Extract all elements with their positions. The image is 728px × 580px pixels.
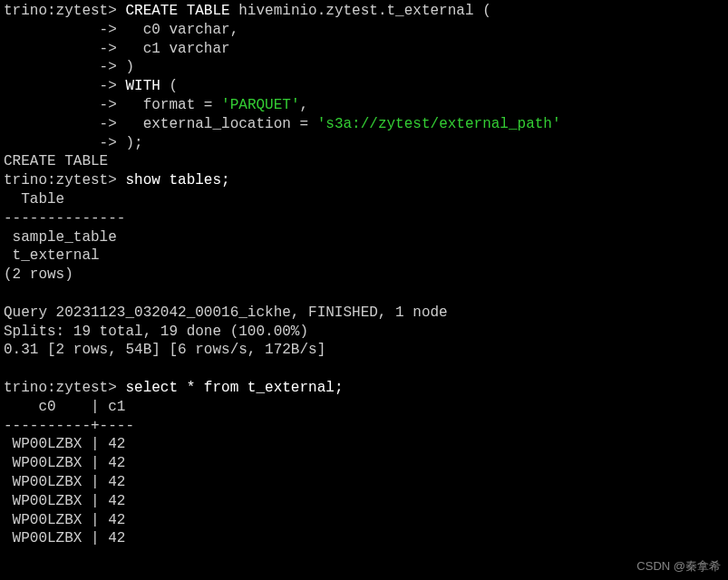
create-line-7: -> external_location = 's3a://zytest/ext… bbox=[4, 115, 724, 134]
eq2: = bbox=[299, 116, 308, 132]
loc-key: external_location bbox=[143, 116, 291, 132]
query-info-2: Splits: 19 total, 19 done (100.00%) bbox=[4, 323, 724, 342]
prompt: trino:zytest> bbox=[4, 172, 117, 188]
semi1: ; bbox=[134, 135, 143, 151]
cont-prompt: -> bbox=[4, 41, 117, 57]
cont-prompt: -> bbox=[4, 78, 117, 94]
col1: c1 varchar bbox=[143, 41, 230, 57]
select-cmd: select * from t_external bbox=[125, 380, 334, 396]
show-tables-line: trino:zytest> show tables; bbox=[4, 171, 724, 190]
blank bbox=[4, 360, 724, 379]
create-line-4: -> ) bbox=[4, 58, 724, 77]
create-line-1: trino:zytest> CREATE TABLE hiveminio.zyt… bbox=[4, 2, 724, 21]
format-val: 'PARQUET' bbox=[221, 97, 299, 113]
select-header: c0 | c1 bbox=[4, 398, 724, 417]
table-name: hiveminio.zytest.t_external bbox=[238, 3, 473, 19]
create-line-3: -> c1 varchar bbox=[4, 40, 724, 59]
select-row: WP00LZBX | 42 bbox=[4, 529, 724, 548]
open-paren: ( bbox=[482, 3, 491, 19]
row-count: (2 rows) bbox=[4, 266, 724, 285]
create-line-5: -> WITH ( bbox=[4, 77, 724, 96]
query-info-3: 0.31 [2 rows, 54B] [6 rows/s, 172B/s] bbox=[4, 341, 724, 360]
create-response: CREATE TABLE bbox=[4, 152, 724, 171]
col0: c0 varchar bbox=[143, 22, 230, 38]
tables-sep: -------------- bbox=[4, 209, 724, 228]
semi3: ; bbox=[335, 380, 344, 396]
select-row: WP00LZBX | 42 bbox=[4, 473, 724, 492]
create-line-8: -> ); bbox=[4, 134, 724, 153]
blank bbox=[4, 285, 724, 304]
with-keyword: WITH bbox=[125, 78, 160, 94]
watermark: CSDN @秦拿希 bbox=[636, 559, 721, 575]
table-row: sample_table bbox=[4, 228, 724, 247]
query-info-1: Query 20231123_032042_00016_ickhe, FINIS… bbox=[4, 304, 724, 323]
create-keyword: CREATE TABLE bbox=[125, 3, 229, 19]
prompt: trino:zytest> bbox=[4, 380, 117, 396]
select-row: WP00LZBX | 42 bbox=[4, 435, 724, 454]
cont-prompt: -> bbox=[4, 97, 117, 113]
tables-header: Table bbox=[4, 190, 724, 209]
select-row: WP00LZBX | 42 bbox=[4, 511, 724, 530]
semi2: ; bbox=[221, 172, 230, 188]
create-line-2: -> c0 varchar, bbox=[4, 21, 724, 40]
cont-prompt: -> bbox=[4, 135, 117, 151]
comma2: , bbox=[300, 97, 309, 113]
select-line: trino:zytest> select * from t_external; bbox=[4, 379, 724, 398]
table-row: t_external bbox=[4, 246, 724, 266]
select-sep: ----------+---- bbox=[4, 417, 724, 436]
open-paren2: ( bbox=[169, 78, 178, 94]
cont-prompt: -> bbox=[4, 59, 117, 75]
loc-val: 's3a://zytest/external_path' bbox=[317, 116, 561, 132]
terminal[interactable]: trino:zytest> CREATE TABLE hiveminio.zyt… bbox=[4, 2, 724, 548]
cont-prompt: -> bbox=[4, 22, 117, 38]
create-line-6: -> format = 'PARQUET', bbox=[4, 96, 724, 115]
show-tables-cmd: show tables bbox=[125, 172, 221, 188]
close-paren: ) bbox=[125, 59, 134, 75]
format-key: format bbox=[143, 97, 196, 113]
cont-prompt: -> bbox=[4, 116, 117, 132]
end-paren: ) bbox=[125, 135, 134, 151]
prompt: trino:zytest> bbox=[4, 3, 117, 19]
comma1: , bbox=[230, 22, 239, 38]
select-row: WP00LZBX | 42 bbox=[4, 454, 724, 473]
select-row: WP00LZBX | 42 bbox=[4, 492, 724, 511]
